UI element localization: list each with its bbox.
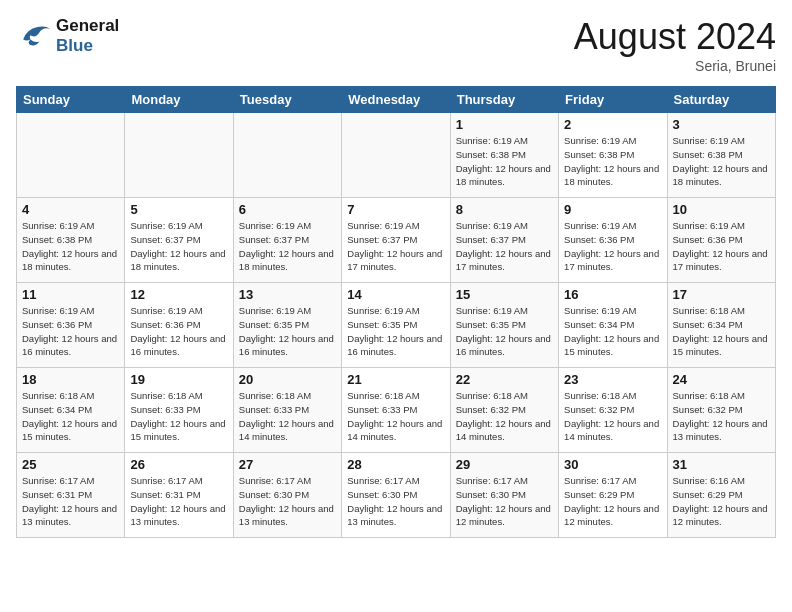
month-title: August 2024 [574, 16, 776, 58]
day-info: Sunrise: 6:18 AM Sunset: 6:34 PM Dayligh… [673, 304, 770, 359]
day-number: 8 [456, 202, 553, 217]
calendar-cell [233, 113, 341, 198]
day-info: Sunrise: 6:18 AM Sunset: 6:32 PM Dayligh… [673, 389, 770, 444]
calendar-cell: 25Sunrise: 6:17 AM Sunset: 6:31 PM Dayli… [17, 453, 125, 538]
day-info: Sunrise: 6:17 AM Sunset: 6:31 PM Dayligh… [130, 474, 227, 529]
location: Seria, Brunei [574, 58, 776, 74]
day-number: 14 [347, 287, 444, 302]
calendar-cell: 24Sunrise: 6:18 AM Sunset: 6:32 PM Dayli… [667, 368, 775, 453]
calendar-cell: 19Sunrise: 6:18 AM Sunset: 6:33 PM Dayli… [125, 368, 233, 453]
day-number: 12 [130, 287, 227, 302]
day-number: 23 [564, 372, 661, 387]
calendar-cell: 22Sunrise: 6:18 AM Sunset: 6:32 PM Dayli… [450, 368, 558, 453]
calendar-cell: 30Sunrise: 6:17 AM Sunset: 6:29 PM Dayli… [559, 453, 667, 538]
day-number: 9 [564, 202, 661, 217]
logo-text: General Blue [56, 16, 119, 56]
calendar-cell [17, 113, 125, 198]
page-header: General Blue August 2024 Seria, Brunei [16, 16, 776, 74]
day-number: 7 [347, 202, 444, 217]
day-info: Sunrise: 6:19 AM Sunset: 6:36 PM Dayligh… [564, 219, 661, 274]
day-number: 17 [673, 287, 770, 302]
day-number: 3 [673, 117, 770, 132]
day-info: Sunrise: 6:18 AM Sunset: 6:33 PM Dayligh… [347, 389, 444, 444]
calendar-cell: 3Sunrise: 6:19 AM Sunset: 6:38 PM Daylig… [667, 113, 775, 198]
weekday-header-tuesday: Tuesday [233, 87, 341, 113]
day-number: 25 [22, 457, 119, 472]
day-number: 28 [347, 457, 444, 472]
calendar-cell: 26Sunrise: 6:17 AM Sunset: 6:31 PM Dayli… [125, 453, 233, 538]
week-row-2: 4Sunrise: 6:19 AM Sunset: 6:38 PM Daylig… [17, 198, 776, 283]
day-info: Sunrise: 6:18 AM Sunset: 6:33 PM Dayligh… [130, 389, 227, 444]
day-info: Sunrise: 6:19 AM Sunset: 6:37 PM Dayligh… [347, 219, 444, 274]
day-number: 16 [564, 287, 661, 302]
logo-bird-icon [16, 21, 52, 51]
day-info: Sunrise: 6:19 AM Sunset: 6:35 PM Dayligh… [347, 304, 444, 359]
day-info: Sunrise: 6:19 AM Sunset: 6:37 PM Dayligh… [456, 219, 553, 274]
calendar-cell: 1Sunrise: 6:19 AM Sunset: 6:38 PM Daylig… [450, 113, 558, 198]
day-info: Sunrise: 6:19 AM Sunset: 6:36 PM Dayligh… [130, 304, 227, 359]
calendar-cell: 16Sunrise: 6:19 AM Sunset: 6:34 PM Dayli… [559, 283, 667, 368]
day-info: Sunrise: 6:17 AM Sunset: 6:30 PM Dayligh… [347, 474, 444, 529]
calendar-cell: 8Sunrise: 6:19 AM Sunset: 6:37 PM Daylig… [450, 198, 558, 283]
weekday-header-friday: Friday [559, 87, 667, 113]
calendar-cell: 13Sunrise: 6:19 AM Sunset: 6:35 PM Dayli… [233, 283, 341, 368]
weekday-header-wednesday: Wednesday [342, 87, 450, 113]
day-info: Sunrise: 6:18 AM Sunset: 6:32 PM Dayligh… [564, 389, 661, 444]
day-number: 18 [22, 372, 119, 387]
day-info: Sunrise: 6:19 AM Sunset: 6:34 PM Dayligh… [564, 304, 661, 359]
calendar-cell: 5Sunrise: 6:19 AM Sunset: 6:37 PM Daylig… [125, 198, 233, 283]
day-number: 4 [22, 202, 119, 217]
calendar-cell: 12Sunrise: 6:19 AM Sunset: 6:36 PM Dayli… [125, 283, 233, 368]
day-number: 15 [456, 287, 553, 302]
day-number: 1 [456, 117, 553, 132]
calendar-cell: 21Sunrise: 6:18 AM Sunset: 6:33 PM Dayli… [342, 368, 450, 453]
day-info: Sunrise: 6:19 AM Sunset: 6:36 PM Dayligh… [673, 219, 770, 274]
title-area: August 2024 Seria, Brunei [574, 16, 776, 74]
day-number: 22 [456, 372, 553, 387]
calendar-cell: 4Sunrise: 6:19 AM Sunset: 6:38 PM Daylig… [17, 198, 125, 283]
day-info: Sunrise: 6:19 AM Sunset: 6:37 PM Dayligh… [130, 219, 227, 274]
day-info: Sunrise: 6:19 AM Sunset: 6:35 PM Dayligh… [239, 304, 336, 359]
day-info: Sunrise: 6:19 AM Sunset: 6:38 PM Dayligh… [456, 134, 553, 189]
day-number: 2 [564, 117, 661, 132]
day-number: 31 [673, 457, 770, 472]
day-info: Sunrise: 6:16 AM Sunset: 6:29 PM Dayligh… [673, 474, 770, 529]
day-number: 13 [239, 287, 336, 302]
calendar-cell: 6Sunrise: 6:19 AM Sunset: 6:37 PM Daylig… [233, 198, 341, 283]
day-number: 24 [673, 372, 770, 387]
weekday-header-row: SundayMondayTuesdayWednesdayThursdayFrid… [17, 87, 776, 113]
calendar-cell: 23Sunrise: 6:18 AM Sunset: 6:32 PM Dayli… [559, 368, 667, 453]
day-number: 21 [347, 372, 444, 387]
calendar-cell: 14Sunrise: 6:19 AM Sunset: 6:35 PM Dayli… [342, 283, 450, 368]
weekday-header-thursday: Thursday [450, 87, 558, 113]
day-number: 5 [130, 202, 227, 217]
weekday-header-sunday: Sunday [17, 87, 125, 113]
day-number: 6 [239, 202, 336, 217]
day-info: Sunrise: 6:17 AM Sunset: 6:29 PM Dayligh… [564, 474, 661, 529]
calendar-cell: 15Sunrise: 6:19 AM Sunset: 6:35 PM Dayli… [450, 283, 558, 368]
day-number: 29 [456, 457, 553, 472]
day-info: Sunrise: 6:17 AM Sunset: 6:30 PM Dayligh… [456, 474, 553, 529]
day-info: Sunrise: 6:19 AM Sunset: 6:36 PM Dayligh… [22, 304, 119, 359]
week-row-1: 1Sunrise: 6:19 AM Sunset: 6:38 PM Daylig… [17, 113, 776, 198]
day-info: Sunrise: 6:17 AM Sunset: 6:31 PM Dayligh… [22, 474, 119, 529]
calendar-table: SundayMondayTuesdayWednesdayThursdayFrid… [16, 86, 776, 538]
calendar-cell: 17Sunrise: 6:18 AM Sunset: 6:34 PM Dayli… [667, 283, 775, 368]
week-row-5: 25Sunrise: 6:17 AM Sunset: 6:31 PM Dayli… [17, 453, 776, 538]
week-row-3: 11Sunrise: 6:19 AM Sunset: 6:36 PM Dayli… [17, 283, 776, 368]
weekday-header-saturday: Saturday [667, 87, 775, 113]
calendar-cell: 27Sunrise: 6:17 AM Sunset: 6:30 PM Dayli… [233, 453, 341, 538]
day-number: 11 [22, 287, 119, 302]
day-info: Sunrise: 6:19 AM Sunset: 6:37 PM Dayligh… [239, 219, 336, 274]
weekday-header-monday: Monday [125, 87, 233, 113]
calendar-cell: 7Sunrise: 6:19 AM Sunset: 6:37 PM Daylig… [342, 198, 450, 283]
calendar-cell: 10Sunrise: 6:19 AM Sunset: 6:36 PM Dayli… [667, 198, 775, 283]
calendar-cell: 20Sunrise: 6:18 AM Sunset: 6:33 PM Dayli… [233, 368, 341, 453]
day-number: 26 [130, 457, 227, 472]
day-info: Sunrise: 6:19 AM Sunset: 6:38 PM Dayligh… [22, 219, 119, 274]
calendar-cell: 11Sunrise: 6:19 AM Sunset: 6:36 PM Dayli… [17, 283, 125, 368]
day-info: Sunrise: 6:19 AM Sunset: 6:38 PM Dayligh… [564, 134, 661, 189]
day-number: 19 [130, 372, 227, 387]
calendar-cell [125, 113, 233, 198]
day-info: Sunrise: 6:18 AM Sunset: 6:33 PM Dayligh… [239, 389, 336, 444]
